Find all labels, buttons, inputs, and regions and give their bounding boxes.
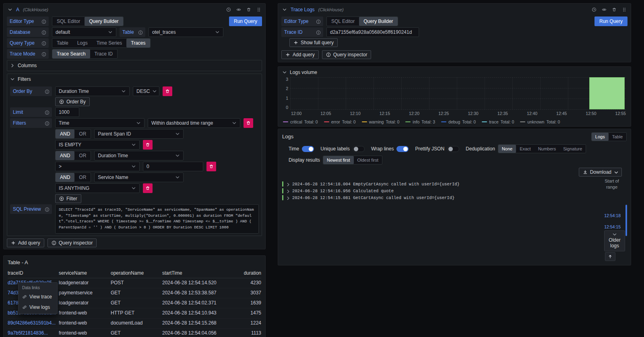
add-query-button[interactable]: Add query [281,50,319,59]
legend-item-info[interactable]: info Total: 3 [405,119,435,125]
info-volume-bar[interactable] [589,77,625,109]
run-query-button[interactable]: Run Query [594,16,627,26]
hide-query-eye-icon[interactable] [602,7,607,12]
filter-duration-value-input[interactable]: 0 [143,162,203,171]
filter-parent-span-field-select[interactable]: Parent Span ID [94,129,184,139]
legend-item-unknown[interactable]: unknown Total: 0 [520,119,560,125]
info-icon[interactable] [41,52,46,56]
info-icon[interactable] [41,41,46,45]
or-option[interactable]: OR [74,173,91,182]
unique-labels-toggle[interactable] [353,146,365,152]
drag-handle-icon[interactable] [256,7,261,12]
log-line[interactable]: 2024-06-28 12:54:15.081 GetCartAsync cal… [282,194,631,201]
dedup-signature[interactable]: Signature [559,145,586,153]
sql-editor-option[interactable]: SQL Editor [52,17,85,26]
trace-id-input[interactable]: d2a7155ef6a928a05680e5ff6190241d [326,27,419,37]
drag-handle-icon[interactable] [622,7,627,12]
range-timestamp[interactable]: 12:54:15 [604,224,621,230]
info-icon[interactable] [41,30,46,35]
expand-chevron-icon[interactable] [286,196,290,200]
prettify-json-toggle[interactable] [447,146,459,152]
wrap-lines-toggle[interactable] [396,146,409,152]
query-history-icon[interactable] [592,7,597,12]
legend-item-critical[interactable]: critical Total: 0 [283,119,318,125]
info-icon[interactable] [45,110,49,115]
query-type-logs[interactable]: Logs [73,39,92,47]
collapse-chevron-icon[interactable] [282,7,287,12]
or-option[interactable]: OR [74,129,91,138]
filter-parent-span-op-select[interactable]: IS EMPTY [55,140,140,150]
filter-time-op-select[interactable]: Within dashboard time range [148,118,240,128]
expand-chevron-icon[interactable] [286,189,290,193]
legend-item-trace[interactable]: trace Total: 0 [482,119,514,125]
filters-section-toggle[interactable]: Filters [7,74,262,84]
dedup-none[interactable]: None [498,145,516,153]
filter-time-field-select[interactable]: Time [55,118,144,128]
expand-chevron-icon[interactable] [286,182,290,186]
legend-item-warning[interactable]: warning Total: 0 [362,119,400,125]
remove-order-by-button[interactable] [163,86,172,96]
oldest-first-option[interactable]: Oldest first [354,156,382,164]
info-icon[interactable] [45,121,49,125]
filter-service-field-select[interactable]: Service Name [94,173,184,182]
info-icon[interactable] [316,19,320,24]
delete-query-icon[interactable] [612,7,617,12]
legend-item-error[interactable]: error Total: 0 [324,119,356,125]
trace-mode-id[interactable]: Trace ID [90,49,118,58]
logs-volume-toggle[interactable]: Logs volume [278,67,631,76]
trace-mode-search[interactable]: Trace Search [52,49,90,58]
info-icon[interactable] [45,89,49,94]
info-icon[interactable] [316,30,320,35]
query-inspector-button[interactable]: Query inspector [322,50,372,59]
add-query-button[interactable]: Add query [7,238,44,247]
log-minimap-scrollbar[interactable] [625,205,627,236]
remove-filter-duration-button[interactable] [206,162,216,171]
filter-duration-op-select[interactable]: > [55,162,140,171]
and-option[interactable]: AND [56,151,74,160]
collapse-chevron-icon[interactable] [8,7,12,12]
query-inspector-button[interactable]: Query inspector [47,238,97,247]
remove-filter-parent-span-button[interactable] [143,140,153,150]
limit-input[interactable]: 1000 [55,107,79,117]
view-mode-logs[interactable]: Logs [592,133,609,141]
col-header-servicename[interactable]: serviceName [59,270,111,276]
older-logs-button[interactable]: Older logs [604,230,625,251]
filter-duration-field-select[interactable]: Duration Time [94,151,184,160]
view-mode-table[interactable]: Table [609,133,626,141]
info-icon[interactable] [138,30,142,35]
log-line[interactable]: 2024-06-28 12:54:16.956 Calculated quote [282,187,631,194]
filter-service-op-select[interactable]: IS ANYTHING [55,183,140,193]
log-line[interactable]: 2024-06-28 12:54:18.004 EmptyCartAsync c… [282,181,631,187]
or-option[interactable]: OR [74,151,91,160]
legend-item-debug[interactable]: debug Total: 0 [441,119,476,125]
scroll-to-top-button[interactable] [605,252,615,261]
download-button[interactable]: Download [579,168,622,177]
newest-first-option[interactable]: Newest first [323,156,353,164]
remove-filter-time-button[interactable] [244,118,253,128]
query-history-icon[interactable] [226,7,231,12]
col-header-traceid[interactable]: traceID [8,270,59,276]
and-option[interactable]: AND [56,173,74,182]
query-type-timeseries[interactable]: Time Series [92,39,127,47]
and-option[interactable]: AND [56,129,74,138]
order-by-field-select[interactable]: Duration Time [55,86,130,96]
dedup-exact[interactable]: Exact [516,145,535,153]
order-by-direction-select[interactable]: DESC [133,86,159,96]
view-trace-menu-item[interactable]: View trace [19,292,57,302]
add-filter-button[interactable]: Filter [55,194,81,203]
trace-id-link[interactable]: 89cf4286e631591b4... [8,320,59,326]
query-type-table[interactable]: Table [52,39,73,47]
col-header-duration[interactable]: duration [230,270,261,276]
columns-section-toggle[interactable]: Columns [7,60,262,71]
info-icon[interactable] [45,207,49,212]
run-query-button[interactable]: Run Query [229,16,262,26]
query-builder-option[interactable]: Query Builder [85,17,123,26]
remove-filter-service-button[interactable] [143,183,153,193]
info-icon[interactable] [41,19,46,24]
table-select[interactable]: otel_traces [149,27,223,37]
col-header-starttime[interactable]: startTime [162,270,230,276]
hide-query-eye-icon[interactable] [236,7,241,12]
col-header-operationname[interactable]: operationName [111,270,162,276]
trace-id-link[interactable]: 9a7b5f21814836... [8,330,59,336]
add-order-by-button[interactable]: Order By [55,97,90,106]
